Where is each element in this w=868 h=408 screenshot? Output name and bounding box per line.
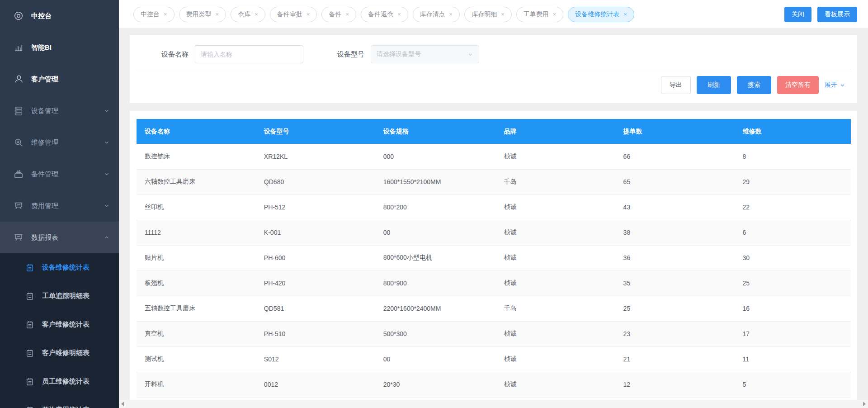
board-display-button[interactable]: 看板展示 (817, 7, 857, 22)
tab-label: 费用类型 (186, 10, 212, 19)
cell-order-count: 65 (615, 169, 735, 195)
search-button[interactable]: 搜索 (737, 76, 771, 94)
tab-close-icon[interactable]: × (449, 11, 453, 17)
filter-panel: 设备名称 设备型号 请选择设备型号 导出 刷新 搜索 清空所有 展开 (130, 35, 857, 103)
report-sheet-icon (25, 377, 34, 386)
cell-repair-count: 25 (734, 270, 851, 296)
tab-pill[interactable]: 备件返仓 × (361, 7, 408, 22)
cell-device-spec: 00 (375, 346, 496, 372)
sidebar-menu-item[interactable]: 中控台 (0, 0, 119, 32)
device-name-input[interactable] (195, 45, 303, 63)
cell-repair-count: 6 (734, 220, 851, 245)
table-header-cell: 维修数 (734, 119, 851, 144)
table-row: 测试机 S012 00 桢诚 21 11 (137, 346, 851, 372)
tab-pill[interactable]: 中控台 × (133, 7, 175, 22)
tab-label: 备件 (329, 10, 341, 19)
tab-label: 工单费用 (524, 10, 549, 19)
device-model-label: 设备型号 (337, 50, 364, 59)
scroll-left-arrow-icon[interactable] (121, 402, 124, 406)
table-header-cell: 设备名称 (137, 119, 256, 144)
tab-pill[interactable]: 库存清点 × (413, 7, 460, 22)
sidebar-menu: 中控台 智能BI 客户管理 (0, 0, 119, 408)
sidebar-item-label: 智能BI (31, 43, 110, 52)
sidebar-submenu-item[interactable]: 客户维修统计表 (0, 310, 119, 339)
tab-close-icon[interactable]: × (397, 11, 401, 17)
tab-close-icon[interactable]: × (345, 11, 349, 17)
expand-label: 展开 (825, 81, 837, 89)
clear-all-button[interactable]: 清空所有 (777, 76, 819, 94)
table-row: 板翘机 PH-420 800*900 桢诚 35 25 (137, 270, 851, 296)
sidebar-menu-item[interactable]: 智能BI (0, 32, 119, 63)
submenu-item-label: 员工维修统计表 (42, 377, 90, 386)
cell-device-model: PH-420 (256, 270, 375, 296)
tab-pill[interactable]: 仓库 × (231, 7, 265, 22)
scroll-right-arrow-icon[interactable] (863, 402, 866, 406)
export-button[interactable]: 导出 (661, 76, 691, 94)
tab-pill[interactable]: 备件审批 × (270, 7, 317, 22)
cell-order-count: 38 (615, 220, 735, 245)
sidebar-submenu-item[interactable]: 工单追踪明细表 (0, 282, 119, 310)
cell-device-name: 数控铣床 (137, 144, 256, 169)
cell-repair-count: 8 (734, 144, 851, 169)
sidebar-menu-item[interactable]: 维修管理 (0, 127, 119, 158)
tab-close-icon[interactable]: × (553, 11, 557, 17)
cell-brand: 桢诚 (496, 321, 615, 346)
tab-close-icon[interactable]: × (216, 11, 219, 17)
cell-device-model: K-001 (256, 220, 375, 245)
sidebar-menu-item[interactable]: 客户管理 (0, 63, 119, 95)
tab-close-icon[interactable]: × (164, 11, 167, 17)
tab-pill[interactable]: 设备维修统计表 × (568, 7, 634, 22)
cell-repair-count: 29 (734, 169, 851, 195)
sidebar-menu-item[interactable]: 设备管理 (0, 95, 119, 127)
cell-device-name: 开料机 (137, 372, 256, 397)
tab-pill[interactable]: 备件 × (321, 7, 356, 22)
statistics-table-panel: 设备名称 设备型号 设备规格 品牌 提单数 维修数 (130, 111, 857, 408)
tab-close-icon[interactable]: × (255, 11, 258, 17)
chevron-down-icon (467, 52, 473, 57)
cell-order-count: 36 (615, 245, 735, 270)
device-model-placeholder: 请选择设备型号 (377, 50, 421, 58)
sidebar-submenu-item[interactable]: 客户维修明细表 (0, 339, 119, 367)
sidebar-menu-item[interactable]: 费用管理 (0, 190, 119, 222)
expand-toggle[interactable]: 展开 (825, 81, 845, 89)
horizontal-scrollbar[interactable] (119, 400, 868, 408)
table-body: 数控铣床 XR12KL 000 桢诚 66 8 六轴数控工具磨床 QD680 1… (137, 144, 851, 397)
sidebar-submenu-item[interactable]: 设备维修统计表 (0, 253, 119, 282)
cell-device-spec: 000 (375, 144, 496, 169)
tab-close-icon[interactable]: × (623, 11, 627, 17)
submenu-item-label: 客户维修明细表 (42, 349, 90, 357)
tab-pill[interactable]: 库存明细 × (464, 7, 512, 22)
cell-device-model: 0012 (256, 372, 375, 397)
device-model-select[interactable]: 请选择设备型号 (371, 45, 479, 63)
tab-label: 备件审批 (277, 10, 302, 19)
table-row: 五轴数控工具磨床 QD581 2200*1600*2400MM 千岛 25 16 (137, 296, 851, 321)
cell-repair-count: 16 (734, 296, 851, 321)
sidebar-item-label: 备件管理 (31, 170, 104, 179)
tab-pill[interactable]: 工单费用 × (516, 7, 564, 22)
report-sheet-icon (25, 263, 34, 272)
cell-device-spec: 800*200 (375, 195, 496, 220)
tab-pill[interactable]: 费用类型 × (179, 7, 226, 22)
tab-close-icon[interactable]: × (307, 11, 310, 17)
cell-order-count: 23 (615, 321, 735, 346)
cell-device-name: 测试机 (137, 346, 256, 372)
sidebar: 中控台 智能BI 客户管理 (0, 0, 119, 408)
cell-repair-count: 30 (734, 245, 851, 270)
sidebar-menu-item[interactable]: 数据报表 (0, 222, 119, 253)
tab-close-icon[interactable]: × (501, 11, 505, 17)
submenu-item-label: 差旅费用统计表 (42, 406, 90, 408)
table-header-cell: 设备型号 (256, 119, 375, 144)
sidebar-menu-item[interactable]: 备件管理 (0, 158, 119, 190)
close-button[interactable]: 关闭 (784, 7, 811, 22)
filter-divider (136, 69, 851, 69)
sidebar-submenu-item[interactable]: 员工维修统计表 (0, 367, 119, 396)
cell-order-count: 43 (615, 195, 735, 220)
sidebar-submenu-item[interactable]: 差旅费用统计表 (0, 396, 119, 408)
table-row: 真空机 PH-510 500*300 桢诚 23 17 (137, 321, 851, 346)
sidebar-item-icon (14, 201, 24, 211)
refresh-button[interactable]: 刷新 (697, 76, 731, 94)
chevron-icon (104, 108, 110, 114)
cell-device-name: 五轴数控工具磨床 (137, 296, 256, 321)
tab-label: 备件返仓 (368, 10, 393, 19)
table-header-cell: 提单数 (615, 119, 735, 144)
